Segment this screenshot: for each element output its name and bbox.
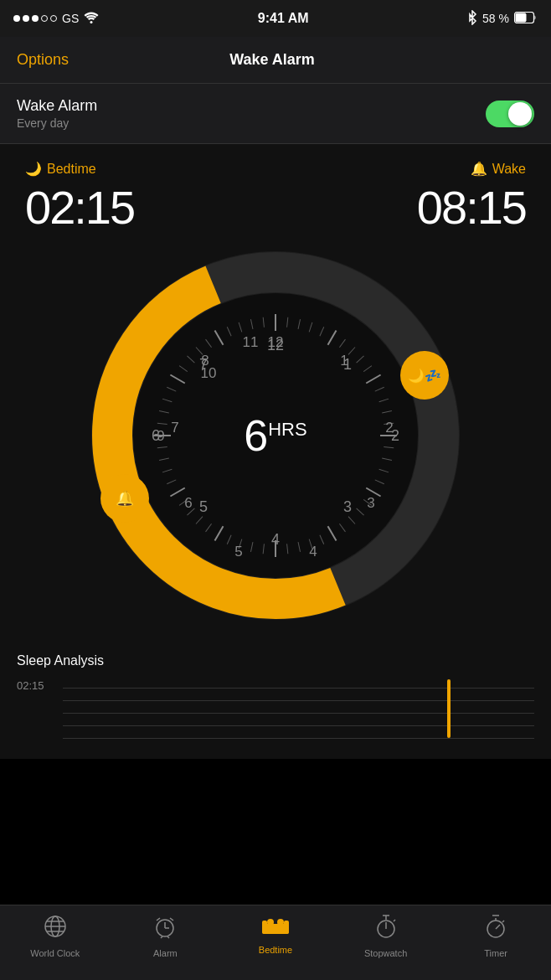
options-button[interactable]: Options [17,51,69,69]
svg-line-54 [159,410,169,412]
bedtime-tab-icon [261,914,290,941]
svg-line-34 [357,508,364,515]
svg-text:9: 9 [157,428,164,444]
svg-point-101 [267,919,274,926]
chart-line-3 [63,713,534,714]
svg-line-40 [287,544,288,554]
svg-line-29 [384,447,394,448]
bedtime-col: 🌙 Bedtime 02:15 [25,161,134,235]
svg-line-12 [215,526,224,540]
svg-line-95 [161,936,162,938]
nav-bar: Options Wake Alarm [0,37,551,84]
sleep-bar [447,679,451,738]
tab-world-clock[interactable]: World Clock [0,914,111,958]
svg-line-6 [328,330,337,344]
svg-point-0 [90,21,93,23]
chart-line-2 [63,700,534,701]
svg-line-15 [170,375,184,384]
svg-line-53 [157,423,167,424]
sleep-analysis: Sleep Analysis 02:15 [0,637,551,759]
svg-line-20 [320,327,324,336]
battery-label: 58 % [482,12,509,25]
svg-line-46 [196,517,203,524]
svg-line-35 [348,517,355,524]
svg-line-41 [263,544,264,554]
alarm-icon [152,914,178,945]
svg-line-45 [206,524,212,532]
dot-1 [13,15,20,22]
svg-line-58 [187,356,194,363]
svg-text:3: 3 [343,498,352,515]
wake-label-text: Wake [492,162,526,177]
svg-line-39 [298,542,300,552]
nav-title: Wake Alarm [229,51,315,69]
svg-text:7: 7 [171,420,178,436]
chart-line-5 [63,738,534,739]
svg-line-13 [170,488,184,497]
svg-line-61 [227,327,231,336]
dot-2 [23,15,29,22]
svg-text:3: 3 [367,495,374,511]
wake-time: 08:15 [417,180,526,235]
tab-alarm[interactable]: Alarm [111,914,221,958]
svg-text:5: 5 [199,498,208,515]
svg-line-25 [375,387,384,391]
wake-alarm-row: Wake Alarm Every day [0,84,551,144]
dot-4 [41,15,48,22]
alarm-label: Alarm [153,948,178,958]
tab-timer[interactable]: Timer [440,914,551,958]
svg-line-57 [179,366,188,372]
svg-line-49 [167,480,176,484]
battery-icon [514,12,538,26]
svg-rect-3 [515,13,526,22]
svg-line-44 [227,535,231,544]
bedtime-handle-icon: 🔔 [116,489,135,508]
clock-area: 12 1 2 3 4 5 6 7 12 1 2 3 4 [0,243,551,637]
times-row: 🌙 Bedtime 02:15 🔔 Wake 08:15 [0,144,551,243]
carrier-label: GS [62,12,79,25]
svg-line-63 [250,319,252,329]
svg-line-31 [379,469,389,472]
timer-icon [484,914,507,945]
svg-text:5: 5 [234,544,242,560]
svg-line-52 [157,447,167,448]
svg-line-62 [239,322,242,332]
svg-rect-98 [262,921,267,934]
toggle-knob [508,102,532,126]
tab-bedtime[interactable]: Bedtime [220,914,331,955]
chart-line-1 [63,688,534,689]
svg-line-24 [363,366,372,372]
svg-text:4: 4 [309,544,317,560]
clock-numbers: 12 1 2 3 4 5 6 7 [152,337,399,548]
moon-icon: 🌙 [25,161,42,177]
bell-icon: 🔔 [471,161,487,177]
wake-alarm-subtitle: Every day [17,116,97,130]
svg-line-96 [167,936,169,938]
dot-5 [50,15,57,22]
clock-outer[interactable]: 12 1 2 3 4 5 6 7 12 1 2 3 4 [91,251,460,620]
bedtime-time: 02:15 [25,180,134,235]
wake-handle-icon: 🌙💤 [408,368,441,384]
wake-alarm-title: Wake Alarm [17,97,97,115]
timer-label: Timer [484,948,507,958]
wake-alarm-info: Wake Alarm Every day [17,97,97,130]
dot-3 [32,15,39,22]
svg-line-64 [263,317,264,328]
svg-text:6: 6 [184,495,192,511]
svg-line-27 [382,410,392,412]
clock-svg: 12 1 2 3 4 5 6 7 12 1 2 3 4 [91,251,460,620]
bedtime-tab-label: Bedtime [259,945,292,955]
analysis-start-time: 02:15 [17,675,63,692]
svg-line-22 [348,347,355,354]
wake-col: 🔔 Wake 08:15 [417,161,526,235]
wake-alarm-toggle[interactable] [486,101,534,127]
tab-stopwatch[interactable]: Stopwatch [331,914,441,958]
svg-point-102 [277,919,284,926]
world-clock-icon [43,914,68,945]
sleep-analysis-title: Sleep Analysis [17,653,534,668]
svg-line-112 [502,921,504,922]
svg-line-19 [309,322,312,332]
status-time: 9:41 AM [258,11,309,26]
svg-line-60 [206,339,212,348]
svg-text:11: 11 [243,334,259,350]
